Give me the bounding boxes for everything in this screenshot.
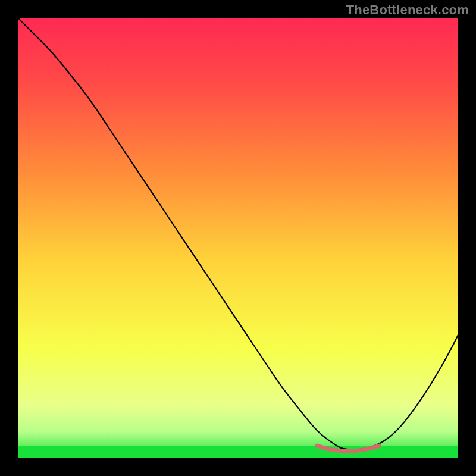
chart-stage: TheBottleneck.com <box>0 0 476 476</box>
watermark-text: TheBottleneck.com <box>346 2 469 18</box>
bottleneck-chart <box>18 18 458 458</box>
green-band <box>18 446 458 458</box>
gradient-background <box>18 18 458 458</box>
plot-area <box>18 18 458 458</box>
